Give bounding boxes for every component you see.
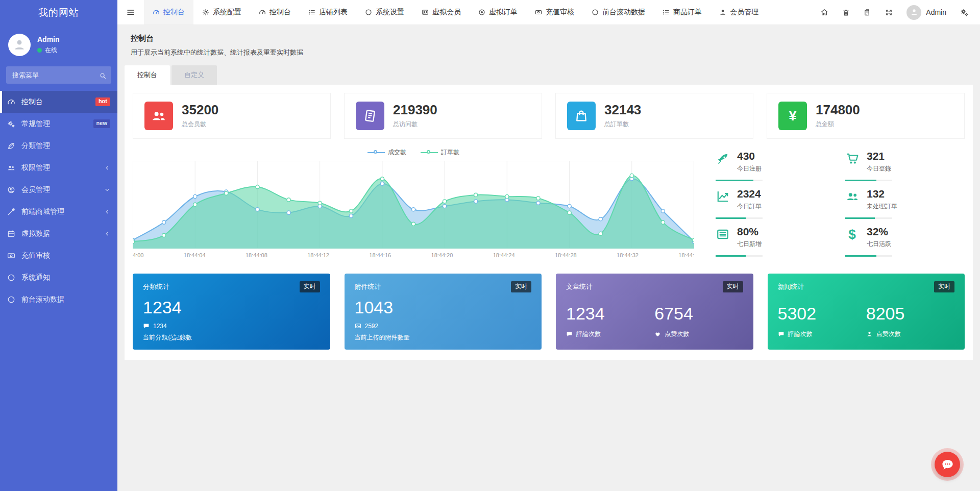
summary-cards-row: 分類统计实时 1234 1234 当前分類总記錄數 附件统计实时 1043 25… [133,274,965,350]
stat-card-amount: ¥ 174800 总金額 [767,93,965,139]
tab-scroll-data[interactable]: 前台滚动数据 [583,0,654,24]
new-badge: new [93,119,110,128]
search-icon[interactable] [100,71,106,80]
site-title: 我的网站 [0,0,117,25]
summary-card-category: 分類统计实时 1234 1234 当前分類总記錄數 [133,274,330,350]
sidebar-item-category[interactable]: 分類管理 [0,135,117,157]
main-area: 控制台 系统配置 控制台 店铺列表 系统设置 虚拟会员 虚拟订单 充值审核 前台… [117,0,980,491]
user-icon [866,331,873,337]
legend-marker-icon [421,150,438,156]
leaf-icon [7,142,15,150]
sidebar-item-permissions[interactable]: 权限管理 [0,157,117,179]
summary-value: 1234 [143,299,320,317]
sidebar-search [6,66,111,84]
progress-bar [716,180,763,181]
sidebar-item-virtual-data[interactable]: 虚拟数据 [0,223,117,244]
sidebar-item-recharge-audit[interactable]: 充值审核 [0,244,117,266]
sidebar-item-dashboard[interactable]: 控制台 hot [0,91,117,113]
rocket-icon [716,152,729,165]
legend-orders[interactable]: 訂單數 [421,148,459,157]
user-avatar [8,34,31,56]
summary-title: 文章统计 [566,282,593,291]
calendar-icon [7,230,15,238]
navbar-user[interactable]: Admin [906,5,946,20]
progress-bar [845,255,892,257]
tab-virtual-members[interactable]: 虚拟会员 [413,0,470,24]
summary-desc: 当前上传的附件數量 [355,333,532,342]
sidebar-menu: 控制台 hot 常规管理 new 分類管理 权限管理 会员管理 [0,91,117,491]
mini-stat-today-orders: 2324今日訂單 [716,188,817,219]
tab-system-config[interactable]: 系统配置 [193,0,250,24]
tab-member-management[interactable]: 会员管理 [710,0,767,24]
fullscreen-icon[interactable] [885,9,893,16]
chevron-left-icon [104,231,110,237]
credit-card-icon [535,9,542,16]
mini-stat-weekly-new: 80%七日新增 [716,226,817,257]
sidebar-item-members[interactable]: 会员管理 [0,179,117,201]
cart-icon [845,152,859,165]
users-icon [845,190,859,203]
sidebar: 我的网站 Admin 在线 控制台 hot 常规管理 new [0,0,117,491]
stat-cards-row: 35200 总会员數 219390 总访问數 32143 总訂單數 ¥ [133,93,965,139]
legend-deals[interactable]: 成交數 [368,148,406,157]
search-input[interactable] [6,66,111,84]
chat-fab-button[interactable] [935,452,960,477]
mini-stat-pending-orders: 132未处理訂單 [845,188,946,219]
summary-title: 新闻统计 [778,282,804,291]
mini-stats-grid: 430今日注册 321今日登錄 2324今日訂單 [694,148,965,263]
tab-recharge-audit[interactable]: 充值审核 [526,0,583,24]
gauge-icon [259,9,266,16]
chevron-left-icon [104,209,110,215]
stat-value: 174800 [816,103,860,117]
dollar-icon: $ [845,228,859,241]
tab-virtual-orders[interactable]: 虚拟订单 [470,0,526,24]
sidebar-item-mall[interactable]: 前端商城管理 [0,201,117,223]
list-icon [308,9,315,16]
circle-icon [592,9,599,16]
progress-bar [845,217,892,219]
tab-custom[interactable]: 自定义 [172,65,217,85]
tab-console[interactable]: 控制台 [125,65,170,85]
home-icon[interactable] [820,8,828,16]
trash-icon[interactable] [842,9,850,16]
id-card-icon [422,9,429,16]
stat-card-visits: 219390 总访问數 [344,93,542,139]
avatar [906,5,921,20]
user-status: 在线 [37,46,60,55]
online-dot-icon [37,48,42,53]
sidebar-item-general[interactable]: 常规管理 new [0,113,117,135]
circle-icon [365,9,372,16]
summary-card-news: 新闻统计实时 5302 評論次數 8205 点赞次數 [768,274,965,350]
stat-value: 32143 [604,103,641,117]
circle-icon [7,296,15,304]
stat-label: 总访问數 [393,120,437,129]
tab-product-orders[interactable]: 商品订单 [654,0,710,24]
sidebar-item-notifications[interactable]: 系统通知 [0,266,117,288]
stat-label: 总会员數 [182,120,218,129]
gears-icon [7,120,15,128]
users-icon [144,102,173,130]
realtime-badge: 实时 [511,281,531,292]
gear-icon [202,9,209,16]
user-name: Admin [37,35,60,43]
tab-shop-list[interactable]: 店铺列表 [300,0,356,24]
sidebar-item-scroll-data[interactable]: 前台滚动数据 [0,288,117,310]
tab-dashboard-2[interactable]: 控制台 [250,0,300,24]
image-icon [355,323,361,329]
mini-stat-logins: 321今日登錄 [845,150,946,181]
clear-cache-icon[interactable] [864,9,871,16]
comment-icon [143,323,150,329]
content-area: 控制台 用于展示当前系统中的统计數据、统计报表及重要实时數据 控制台 自定义 3… [117,25,980,491]
hamburger-menu-icon[interactable] [117,0,144,24]
stat-card-orders: 32143 总訂單數 [555,93,753,139]
stat-label: 总金額 [816,120,860,129]
tab-dashboard[interactable]: 控制台 [144,0,193,24]
sidebar-user-block[interactable]: Admin 在线 [0,25,117,66]
comment-icon [778,331,785,337]
realtime-badge: 实时 [723,281,743,292]
page-header: 控制台 用于展示当前系统中的统计數据、统计报表及重要实时數据 [117,25,980,60]
navbar-user-name: Admin [926,8,946,16]
circle-icon [7,274,15,282]
settings-gears-icon[interactable] [960,8,969,17]
tab-system-settings[interactable]: 系统设置 [356,0,413,24]
